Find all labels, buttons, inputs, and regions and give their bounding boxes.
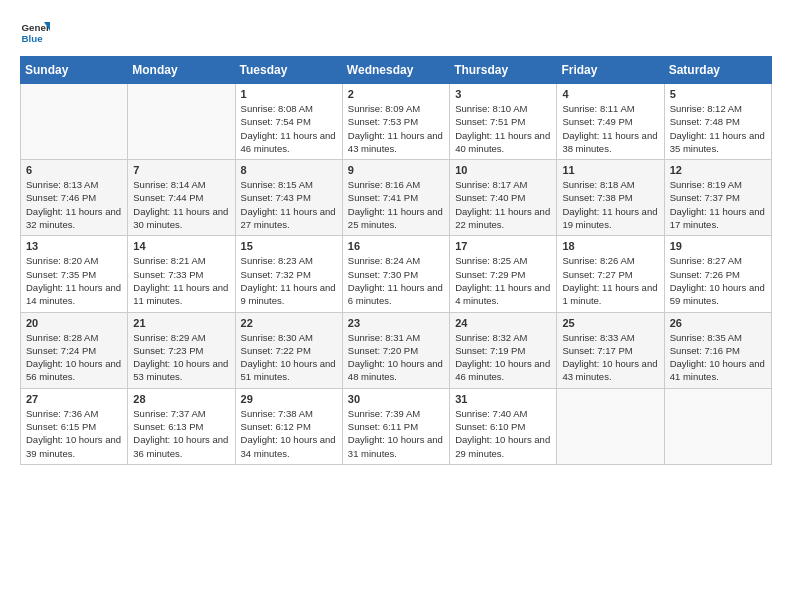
day-number: 2 — [348, 88, 444, 100]
day-info: Sunrise: 8:18 AM Sunset: 7:38 PM Dayligh… — [562, 178, 658, 231]
day-cell: 4Sunrise: 8:11 AM Sunset: 7:49 PM Daylig… — [557, 84, 664, 160]
day-info: Sunrise: 8:24 AM Sunset: 7:30 PM Dayligh… — [348, 254, 444, 307]
day-number: 16 — [348, 240, 444, 252]
day-cell — [557, 388, 664, 464]
day-cell: 25Sunrise: 8:33 AM Sunset: 7:17 PM Dayli… — [557, 312, 664, 388]
day-info: Sunrise: 8:35 AM Sunset: 7:16 PM Dayligh… — [670, 331, 766, 384]
day-info: Sunrise: 8:14 AM Sunset: 7:44 PM Dayligh… — [133, 178, 229, 231]
svg-text:Blue: Blue — [22, 33, 44, 44]
header-cell-friday: Friday — [557, 57, 664, 84]
day-number: 8 — [241, 164, 337, 176]
day-info: Sunrise: 7:38 AM Sunset: 6:12 PM Dayligh… — [241, 407, 337, 460]
day-number: 6 — [26, 164, 122, 176]
day-info: Sunrise: 8:10 AM Sunset: 7:51 PM Dayligh… — [455, 102, 551, 155]
day-cell: 27Sunrise: 7:36 AM Sunset: 6:15 PM Dayli… — [21, 388, 128, 464]
day-info: Sunrise: 8:15 AM Sunset: 7:43 PM Dayligh… — [241, 178, 337, 231]
header: General Blue — [20, 16, 772, 46]
day-info: Sunrise: 8:12 AM Sunset: 7:48 PM Dayligh… — [670, 102, 766, 155]
day-cell — [664, 388, 771, 464]
day-cell: 14Sunrise: 8:21 AM Sunset: 7:33 PM Dayli… — [128, 236, 235, 312]
logo-icon: General Blue — [20, 16, 50, 46]
day-number: 1 — [241, 88, 337, 100]
day-cell: 13Sunrise: 8:20 AM Sunset: 7:35 PM Dayli… — [21, 236, 128, 312]
day-cell: 2Sunrise: 8:09 AM Sunset: 7:53 PM Daylig… — [342, 84, 449, 160]
day-number: 30 — [348, 393, 444, 405]
day-info: Sunrise: 8:08 AM Sunset: 7:54 PM Dayligh… — [241, 102, 337, 155]
day-info: Sunrise: 8:31 AM Sunset: 7:20 PM Dayligh… — [348, 331, 444, 384]
day-info: Sunrise: 7:36 AM Sunset: 6:15 PM Dayligh… — [26, 407, 122, 460]
day-cell: 6Sunrise: 8:13 AM Sunset: 7:46 PM Daylig… — [21, 160, 128, 236]
day-number: 13 — [26, 240, 122, 252]
day-number: 22 — [241, 317, 337, 329]
day-cell: 24Sunrise: 8:32 AM Sunset: 7:19 PM Dayli… — [450, 312, 557, 388]
day-cell: 3Sunrise: 8:10 AM Sunset: 7:51 PM Daylig… — [450, 84, 557, 160]
day-number: 27 — [26, 393, 122, 405]
day-cell: 12Sunrise: 8:19 AM Sunset: 7:37 PM Dayli… — [664, 160, 771, 236]
day-number: 21 — [133, 317, 229, 329]
day-info: Sunrise: 8:21 AM Sunset: 7:33 PM Dayligh… — [133, 254, 229, 307]
header-cell-sunday: Sunday — [21, 57, 128, 84]
week-row-4: 20Sunrise: 8:28 AM Sunset: 7:24 PM Dayli… — [21, 312, 772, 388]
day-cell: 18Sunrise: 8:26 AM Sunset: 7:27 PM Dayli… — [557, 236, 664, 312]
header-cell-monday: Monday — [128, 57, 235, 84]
day-number: 29 — [241, 393, 337, 405]
day-number: 15 — [241, 240, 337, 252]
calendar-body: 1Sunrise: 8:08 AM Sunset: 7:54 PM Daylig… — [21, 84, 772, 465]
day-number: 12 — [670, 164, 766, 176]
day-number: 7 — [133, 164, 229, 176]
day-info: Sunrise: 8:19 AM Sunset: 7:37 PM Dayligh… — [670, 178, 766, 231]
day-info: Sunrise: 8:13 AM Sunset: 7:46 PM Dayligh… — [26, 178, 122, 231]
day-info: Sunrise: 8:16 AM Sunset: 7:41 PM Dayligh… — [348, 178, 444, 231]
week-row-2: 6Sunrise: 8:13 AM Sunset: 7:46 PM Daylig… — [21, 160, 772, 236]
day-info: Sunrise: 8:28 AM Sunset: 7:24 PM Dayligh… — [26, 331, 122, 384]
day-info: Sunrise: 8:33 AM Sunset: 7:17 PM Dayligh… — [562, 331, 658, 384]
day-cell: 21Sunrise: 8:29 AM Sunset: 7:23 PM Dayli… — [128, 312, 235, 388]
day-number: 5 — [670, 88, 766, 100]
day-number: 26 — [670, 317, 766, 329]
day-number: 24 — [455, 317, 551, 329]
week-row-5: 27Sunrise: 7:36 AM Sunset: 6:15 PM Dayli… — [21, 388, 772, 464]
day-info: Sunrise: 8:26 AM Sunset: 7:27 PM Dayligh… — [562, 254, 658, 307]
day-cell — [128, 84, 235, 160]
week-row-3: 13Sunrise: 8:20 AM Sunset: 7:35 PM Dayli… — [21, 236, 772, 312]
day-cell: 31Sunrise: 7:40 AM Sunset: 6:10 PM Dayli… — [450, 388, 557, 464]
logo: General Blue — [20, 16, 54, 46]
day-cell — [21, 84, 128, 160]
day-number: 19 — [670, 240, 766, 252]
day-number: 3 — [455, 88, 551, 100]
header-cell-wednesday: Wednesday — [342, 57, 449, 84]
day-info: Sunrise: 8:17 AM Sunset: 7:40 PM Dayligh… — [455, 178, 551, 231]
week-row-1: 1Sunrise: 8:08 AM Sunset: 7:54 PM Daylig… — [21, 84, 772, 160]
day-number: 14 — [133, 240, 229, 252]
header-row: SundayMondayTuesdayWednesdayThursdayFrid… — [21, 57, 772, 84]
day-cell: 8Sunrise: 8:15 AM Sunset: 7:43 PM Daylig… — [235, 160, 342, 236]
day-cell: 22Sunrise: 8:30 AM Sunset: 7:22 PM Dayli… — [235, 312, 342, 388]
day-number: 28 — [133, 393, 229, 405]
day-cell: 11Sunrise: 8:18 AM Sunset: 7:38 PM Dayli… — [557, 160, 664, 236]
day-number: 9 — [348, 164, 444, 176]
day-info: Sunrise: 7:39 AM Sunset: 6:11 PM Dayligh… — [348, 407, 444, 460]
day-info: Sunrise: 7:37 AM Sunset: 6:13 PM Dayligh… — [133, 407, 229, 460]
day-info: Sunrise: 8:29 AM Sunset: 7:23 PM Dayligh… — [133, 331, 229, 384]
day-info: Sunrise: 8:11 AM Sunset: 7:49 PM Dayligh… — [562, 102, 658, 155]
day-number: 10 — [455, 164, 551, 176]
day-number: 20 — [26, 317, 122, 329]
day-cell: 1Sunrise: 8:08 AM Sunset: 7:54 PM Daylig… — [235, 84, 342, 160]
day-info: Sunrise: 8:20 AM Sunset: 7:35 PM Dayligh… — [26, 254, 122, 307]
calendar-header: SundayMondayTuesdayWednesdayThursdayFrid… — [21, 57, 772, 84]
day-cell: 7Sunrise: 8:14 AM Sunset: 7:44 PM Daylig… — [128, 160, 235, 236]
day-info: Sunrise: 8:30 AM Sunset: 7:22 PM Dayligh… — [241, 331, 337, 384]
day-cell: 23Sunrise: 8:31 AM Sunset: 7:20 PM Dayli… — [342, 312, 449, 388]
day-cell: 16Sunrise: 8:24 AM Sunset: 7:30 PM Dayli… — [342, 236, 449, 312]
day-number: 17 — [455, 240, 551, 252]
day-cell: 9Sunrise: 8:16 AM Sunset: 7:41 PM Daylig… — [342, 160, 449, 236]
day-info: Sunrise: 8:27 AM Sunset: 7:26 PM Dayligh… — [670, 254, 766, 307]
header-cell-tuesday: Tuesday — [235, 57, 342, 84]
day-info: Sunrise: 8:32 AM Sunset: 7:19 PM Dayligh… — [455, 331, 551, 384]
day-cell: 10Sunrise: 8:17 AM Sunset: 7:40 PM Dayli… — [450, 160, 557, 236]
day-info: Sunrise: 7:40 AM Sunset: 6:10 PM Dayligh… — [455, 407, 551, 460]
day-number: 23 — [348, 317, 444, 329]
calendar-table: SundayMondayTuesdayWednesdayThursdayFrid… — [20, 56, 772, 465]
day-number: 11 — [562, 164, 658, 176]
day-info: Sunrise: 8:09 AM Sunset: 7:53 PM Dayligh… — [348, 102, 444, 155]
